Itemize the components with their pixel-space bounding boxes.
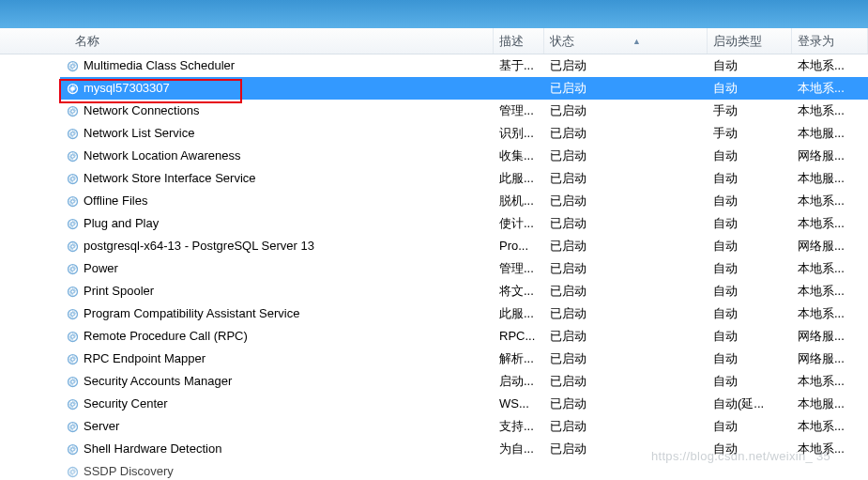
service-gear-icon — [66, 465, 80, 479]
service-description: 此服... — [494, 302, 544, 325]
service-status: 已启动 — [544, 348, 708, 370]
service-gear-icon — [66, 330, 80, 344]
service-status: 已启动 — [544, 325, 708, 348]
service-name: postgresql-x64-13 - PostgreSQL Server 13 — [84, 235, 314, 257]
service-logon-as: 本地系... — [792, 54, 868, 77]
service-status: 已启动 — [544, 370, 708, 393]
service-description: WS... — [494, 393, 544, 415]
service-startup-type: 自动 — [708, 325, 792, 348]
service-row[interactable]: Print Spooler 将文... 已启动 自动 本地系... — [60, 280, 868, 302]
svg-point-29 — [71, 379, 74, 382]
service-description: 基于... — [494, 54, 544, 77]
service-description: 启动... — [494, 370, 544, 393]
svg-point-5 — [71, 109, 74, 112]
service-row[interactable]: Security Accounts Manager 启动... 已启动 自动 本… — [60, 370, 868, 393]
service-description: 管理... — [494, 257, 544, 280]
service-status: 已启动 — [544, 190, 708, 212]
service-gear-icon — [66, 420, 80, 434]
service-description: 识别... — [494, 122, 544, 145]
service-name: Network Location Awareness — [84, 145, 240, 167]
service-status: 已启动 — [544, 100, 708, 122]
service-description: 收集... — [494, 145, 544, 167]
service-name: Server — [84, 415, 119, 438]
svg-point-23 — [71, 312, 74, 315]
svg-point-27 — [71, 357, 74, 360]
svg-point-3 — [71, 86, 74, 89]
service-logon-as: 本地系... — [792, 280, 868, 302]
sort-ascending-icon: ▲ — [632, 37, 641, 46]
service-row[interactable]: Program Compatibility Assistant Service … — [60, 302, 868, 325]
service-name: Print Spooler — [84, 280, 154, 302]
service-description: 解析... — [494, 348, 544, 370]
service-gear-icon — [66, 307, 80, 321]
service-startup-type: 自动 — [708, 54, 792, 77]
service-row[interactable]: Server 支持... 已启动 自动 本地系... — [60, 415, 868, 438]
service-row[interactable]: Network Store Interface Service 此服... 已启… — [60, 167, 868, 190]
service-row[interactable]: RPC Endpoint Mapper 解析... 已启动 自动 网络服... — [60, 348, 868, 370]
service-status: 已启动 — [544, 302, 708, 325]
svg-point-17 — [71, 244, 74, 247]
column-header-name[interactable]: 名称 — [69, 28, 494, 54]
column-header-description[interactable]: 描述 — [494, 28, 544, 54]
service-name: Security Accounts Manager — [84, 370, 232, 393]
service-name: Multimedia Class Scheduler — [84, 54, 235, 77]
service-logon-as: 网络服... — [792, 145, 868, 167]
column-header-logon[interactable]: 登录为 — [792, 28, 868, 54]
service-startup-type: 自动 — [708, 370, 792, 393]
service-startup-type: 手动 — [708, 122, 792, 145]
service-row[interactable]: Network Connections 管理... 已启动 手动 本地系... — [60, 100, 868, 122]
service-name: Network Connections — [84, 100, 200, 122]
service-gear-icon — [66, 104, 80, 118]
service-description: Pro... — [494, 235, 544, 257]
service-gear-icon — [66, 194, 80, 209]
service-name: Remote Procedure Call (RPC) — [84, 325, 248, 348]
column-header-row: 名称 描述 状态 ▲ 启动类型 登录为 — [0, 28, 868, 54]
service-description: 支持... — [494, 415, 544, 438]
service-gear-icon — [66, 285, 80, 299]
service-gear-icon — [66, 127, 80, 141]
service-description: 将文... — [494, 280, 544, 302]
service-logon-as: 本地服... — [792, 393, 868, 415]
service-startup-type: 自动 — [708, 235, 792, 257]
service-status: 已启动 — [544, 257, 708, 280]
service-startup-type: 自动 — [708, 257, 792, 280]
service-row[interactable]: Network Location Awareness 收集... 已启动 自动 … — [60, 145, 868, 167]
service-row[interactable]: Plug and Play 使计... 已启动 自动 本地系... — [60, 212, 868, 235]
service-row[interactable]: Shell Hardware Detection 为自... 已启动 自动 本地… — [60, 438, 868, 460]
service-gear-icon — [66, 262, 80, 276]
service-status: 已启动 — [544, 77, 708, 100]
window-titlebar-fragment — [0, 0, 868, 28]
service-gear-icon — [66, 149, 80, 163]
column-header-startup[interactable]: 启动类型 — [708, 28, 792, 54]
service-logon-as: 本地系... — [792, 302, 868, 325]
svg-point-13 — [71, 199, 74, 202]
service-row[interactable]: postgresql-x64-13 - PostgreSQL Server 13… — [60, 235, 868, 257]
service-gear-icon — [66, 375, 80, 389]
service-row[interactable]: SSDP Discovery — [60, 460, 868, 480]
svg-point-33 — [71, 425, 74, 427]
service-status: 已启动 — [544, 393, 708, 415]
service-row[interactable]: Offline Files 脱机... 已启动 自动 本地系... — [60, 190, 868, 212]
service-logon-as: 本地系... — [792, 257, 868, 280]
service-status: 已启动 — [544, 235, 708, 257]
service-description: RPC... — [494, 325, 544, 348]
service-description: 此服... — [494, 167, 544, 190]
service-name: Shell Hardware Detection — [84, 438, 221, 460]
service-row[interactable]: Remote Procedure Call (RPC) RPC... 已启动 自… — [60, 325, 868, 348]
service-logon-as: 网络服... — [792, 348, 868, 370]
service-name: Plug and Play — [84, 212, 159, 235]
svg-point-31 — [71, 402, 74, 405]
service-logon-as: 网络服... — [792, 325, 868, 348]
service-row[interactable]: Security Center WS... 已启动 自动(延... 本地服... — [60, 393, 868, 415]
service-logon-as: 本地系... — [792, 438, 868, 460]
service-row[interactable]: Network List Service 识别... 已启动 手动 本地服... — [60, 122, 868, 145]
service-row[interactable]: mysql57303307 已启动 自动 本地系... — [60, 77, 868, 100]
service-startup-type: 自动 — [708, 212, 792, 235]
service-gear-icon — [66, 82, 80, 96]
service-row[interactable]: Multimedia Class Scheduler 基于... 已启动 自动 … — [60, 54, 868, 77]
service-startup-type: 手动 — [708, 100, 792, 122]
service-startup-type: 自动(延... — [708, 393, 792, 415]
column-header-status[interactable]: 状态 ▲ — [544, 28, 708, 54]
service-row[interactable]: Power 管理... 已启动 自动 本地系... — [60, 257, 868, 280]
service-logon-as: 网络服... — [792, 235, 868, 257]
